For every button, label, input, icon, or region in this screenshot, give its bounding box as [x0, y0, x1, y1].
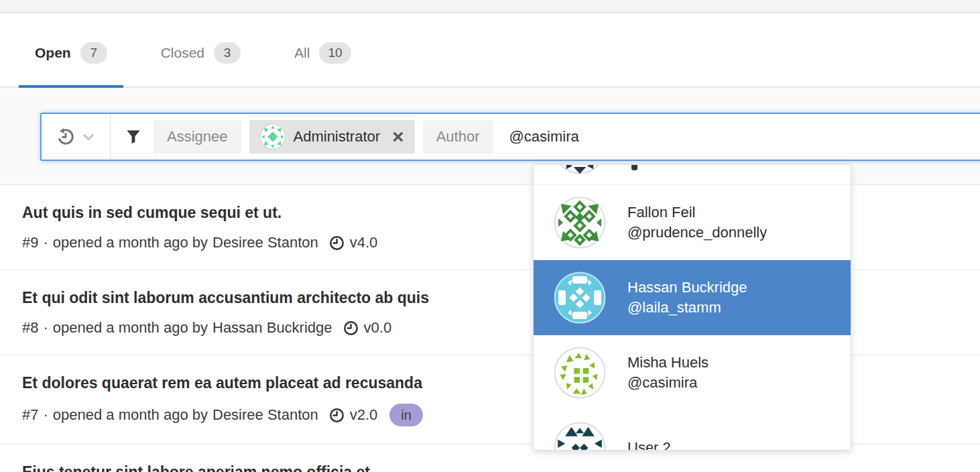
assignee-token-name[interactable]: Assignee: [154, 120, 241, 154]
suggestion-name: User 2: [627, 438, 671, 451]
tab-all-label: All: [294, 45, 310, 61]
funnel-icon: [111, 129, 154, 145]
suggestion-username: @casimira: [627, 373, 709, 393]
state-tabs: Open 7 Closed 3 All 10: [0, 20, 980, 88]
user-2-avatar: [554, 422, 606, 451]
milestone-label: v0.0: [364, 318, 392, 337]
tab-open[interactable]: Open 7: [19, 20, 123, 88]
tab-open-label: Open: [35, 45, 71, 61]
page-header-strip: [0, 0, 980, 13]
meta-separator: ·: [43, 318, 48, 337]
milestone-label: v2.0: [350, 406, 378, 424]
suggestion-username: @prudence_donnelly: [627, 223, 767, 243]
issue-milestone[interactable]: v4.0: [329, 233, 378, 252]
filter-tokens: Assignee: [154, 120, 579, 154]
issue-reference: #9: [22, 233, 38, 252]
tab-closed-count-badge: 3: [214, 42, 241, 64]
author-suggestions-dropdown: Fallon Feil @prudence_donnelly: [533, 164, 851, 451]
recent-searches-button[interactable]: [42, 114, 110, 160]
issue-author[interactable]: Desiree Stanton: [212, 406, 318, 424]
issue-reference: #7: [22, 406, 38, 424]
issue-author[interactable]: Desiree Stanton: [212, 233, 318, 252]
hassan-buckridge-avatar: [554, 272, 606, 324]
milestone-clock-icon: [329, 408, 345, 423]
author-token-name[interactable]: Author: [423, 120, 493, 154]
milestone-clock-icon: [343, 320, 359, 336]
milestone-clock-icon: [329, 235, 345, 251]
suggestion-hassan-buckridge[interactable]: Hassan Buckridge @laila_stamm: [534, 260, 851, 335]
issue-author[interactable]: Hassan Buckridge: [212, 318, 332, 337]
issues-page: Open 7 Closed 3 All 10: [0, 0, 980, 472]
suggestion-username: @laila_stamm: [627, 298, 747, 318]
meta-separator: ·: [43, 406, 48, 424]
issue-milestone[interactable]: v0.0: [343, 318, 392, 337]
fallon-feil-avatar: [554, 196, 606, 249]
chevron-down-icon: [82, 130, 95, 143]
tab-closed[interactable]: Closed 3: [145, 20, 257, 88]
suggestion-fallon-feil[interactable]: Fallon Feil @prudence_donnelly: [534, 185, 851, 260]
misha-huels-avatar: [554, 347, 606, 399]
issue-label-badge[interactable]: in: [389, 404, 423, 426]
clipped-avatar: [554, 164, 606, 174]
meta-separator: ·: [43, 233, 48, 252]
issue-opened-text: opened a month ago by: [53, 406, 208, 424]
suggestion-name: Hassan Buckridge: [627, 278, 747, 298]
issue-opened-text: opened a month ago by: [53, 233, 208, 252]
issue-milestone[interactable]: v2.0: [329, 406, 378, 424]
tab-closed-label: Closed: [161, 45, 204, 61]
issue-reference: #8: [22, 318, 38, 337]
administrator-avatar: [260, 124, 286, 150]
history-clock-icon: [56, 127, 75, 146]
suggestion-name: Fallon Feil: [627, 202, 767, 223]
assignee-token-value-label: Administrator: [294, 128, 381, 145]
suggestion-misha-huels[interactable]: Misha Huels @casimira: [534, 335, 851, 410]
suggestion-name: Misha Huels: [627, 353, 709, 373]
clipped-text-fragment: [631, 165, 637, 170]
tab-open-count-badge: 7: [80, 42, 107, 64]
milestone-label: v4.0: [350, 233, 378, 252]
author-search-query[interactable]: @casimira: [509, 128, 578, 145]
suggestion-user-2[interactable]: User 2: [534, 410, 851, 451]
issue-title[interactable]: Eius tenetur sint labore aperiam nemo of…: [22, 462, 980, 472]
assignee-token-value[interactable]: Administrator ×: [249, 120, 415, 154]
filtered-search-bar[interactable]: Assignee: [40, 113, 980, 161]
dropdown-items: Fallon Feil @prudence_donnelly: [534, 185, 851, 451]
issue-opened-text: opened a month ago by: [53, 318, 208, 337]
tab-all[interactable]: All 10: [278, 20, 367, 88]
tab-all-count-badge: 10: [319, 42, 351, 64]
remove-assignee-token-button[interactable]: ×: [392, 127, 404, 147]
